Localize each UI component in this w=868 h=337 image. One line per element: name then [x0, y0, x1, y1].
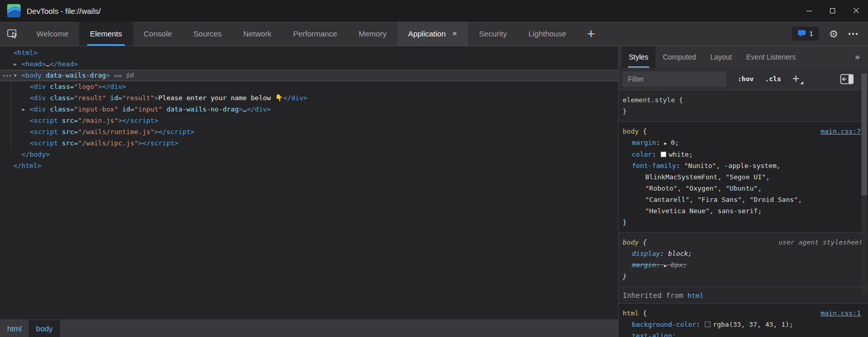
dom-row[interactable]: ▼<body data-wails-drag> == $0 [0, 70, 618, 81]
style-row[interactable]: margin: ▶ 0; [619, 137, 868, 149]
color-swatch[interactable] [661, 152, 666, 157]
computed-sidebar-toggle-button[interactable] [840, 74, 854, 84]
style-row[interactable]: margin: ▶ 8px; [619, 259, 868, 271]
more-tabs-button[interactable]: + [577, 22, 605, 46]
style-row[interactable]: text-align: [619, 330, 868, 337]
maximize-button[interactable] [821, 0, 844, 22]
row-menu-dots-icon[interactable] [3, 75, 5, 77]
minimize-button[interactable] [797, 0, 821, 22]
style-row[interactable]: body {main.css:7 [619, 126, 868, 137]
crumb-html[interactable]: html [0, 320, 29, 337]
tab-memory[interactable]: Memory [348, 22, 397, 46]
tab-sources[interactable]: Sources [183, 22, 233, 46]
code-token: = [70, 94, 74, 102]
expand-arrow-right-icon[interactable]: ▶ [22, 104, 25, 115]
dom-row[interactable]: <script src="/main.js"></script> [0, 115, 618, 126]
expand-arrow-right-icon[interactable]: ▶ [14, 59, 16, 70]
color-swatch[interactable] [705, 322, 710, 327]
dom-row[interactable]: <div class="result" id="result">Please e… [0, 92, 618, 104]
maximize-icon [830, 8, 835, 13]
dom-row[interactable]: <div class="logo"></div> [0, 81, 618, 92]
sidebar-tab-computed[interactable]: Computed [655, 46, 703, 68]
sidebar-tab-layout[interactable]: Layout [703, 46, 739, 68]
style-token: block; [668, 250, 692, 257]
dom-row[interactable]: </body> [0, 149, 618, 160]
dom-row[interactable]: <script src="/wails/runtime.js"></script… [0, 126, 618, 138]
style-row[interactable]: background-color: rgba(33, 37, 43, 1); [619, 319, 868, 330]
sidebar-dock-icon [840, 74, 854, 84]
new-style-rule-button[interactable]: + [793, 73, 799, 85]
style-token: : [660, 250, 668, 257]
styles-tab-list: StylesComputedLayoutEvent Listeners [622, 46, 803, 68]
dom-row[interactable]: ▶<div class="input-box" id="input" data-… [0, 104, 618, 115]
expand-arrow-down-icon[interactable]: ▼ [14, 70, 16, 81]
style-token: "Helvetica Neue", sans-serif; [645, 207, 762, 215]
dom-row[interactable]: <script src="/wails/ipc.js"></script> [0, 138, 618, 149]
code-token: </html> [13, 162, 42, 170]
dom-row[interactable]: <html> [0, 47, 618, 59]
style-row[interactable]: "Helvetica Neue", sans-serif; [619, 205, 868, 217]
style-row[interactable]: BlinkMacSystemFont, "Segoe UI", [619, 172, 868, 183]
close-icon [853, 8, 859, 14]
tab-network[interactable]: Network [233, 22, 282, 46]
tab-label: Application [408, 29, 446, 38]
code-token: </body> [22, 151, 50, 158]
more-options-icon[interactable] [848, 33, 851, 35]
user-agent-label: user agent stylesheet [779, 237, 863, 248]
code-token: src [58, 117, 74, 124]
style-row[interactable]: "Roboto", "Oxygen", "Ubuntu", [619, 183, 868, 194]
crumb-body[interactable]: body [29, 320, 60, 337]
sidebar-tab-styles[interactable]: Styles [622, 46, 655, 68]
style-token: rgba(33, 37, 43, 1); [713, 321, 794, 328]
code-token: "/main.js" [78, 117, 118, 124]
toggle-hover-state-button[interactable]: :hov [738, 75, 754, 83]
code-token: class [46, 94, 70, 102]
style-row[interactable]: } [619, 217, 868, 228]
stylesheet-link[interactable]: main.css:1 [821, 308, 861, 319]
tab-application[interactable]: Application✕ [397, 22, 468, 46]
toggle-class-button[interactable]: .cls [765, 75, 781, 83]
tab-label: Network [243, 29, 272, 38]
sidebar-tabs-overflow-icon[interactable]: » [855, 46, 868, 68]
tab-lighthouse[interactable]: Lighthouse [517, 22, 576, 46]
code-token: "input" [134, 105, 163, 113]
tab-welcome[interactable]: Welcome [26, 22, 79, 46]
tab-console[interactable]: Console [133, 22, 183, 46]
tab-security[interactable]: Security [468, 22, 517, 46]
inspect-element-button[interactable] [0, 22, 26, 46]
style-row[interactable]: } [619, 106, 868, 117]
tab-performance[interactable]: Performance [282, 22, 348, 46]
style-filter-input[interactable] [623, 71, 726, 87]
close-tab-icon[interactable]: ✕ [452, 30, 457, 38]
stylesheet-link[interactable]: main.css:7 [821, 126, 861, 137]
settings-gear-icon[interactable]: ⚙ [829, 29, 838, 39]
style-token: color [632, 151, 652, 158]
sidebar-tab-event-listeners[interactable]: Event Listeners [739, 46, 803, 68]
code-token: = [74, 117, 78, 124]
style-token: { [639, 238, 647, 246]
style-row[interactable]: "Cantarell", "Fira Sans", "Droid Sans", [619, 194, 868, 205]
code-token: <head> [22, 60, 46, 68]
style-row[interactable]: font-family: "Nunito", -apple-system, [619, 160, 868, 172]
style-token: { [639, 127, 647, 135]
code-token: src [58, 128, 74, 136]
style-row[interactable]: element.style { [619, 95, 868, 106]
style-row[interactable]: html {main.css:1 [619, 308, 868, 319]
code-token: <script [30, 128, 58, 136]
tab-bar-right-controls: 1 ⚙ [792, 22, 868, 46]
styles-scrollbar-thumb[interactable] [861, 73, 867, 195]
close-button[interactable] [844, 0, 868, 22]
dom-row[interactable]: ▶<head>…</head> [0, 59, 618, 70]
style-row[interactable]: } [619, 271, 868, 283]
dom-row[interactable]: </html> [0, 160, 618, 172]
dom-tree: <html>▶<head>…</head>▼<body data-wails-d… [0, 46, 618, 320]
styles-toolbar: :hov .cls + [619, 68, 868, 90]
inspect-cursor-icon [6, 27, 20, 41]
issues-counter-button[interactable]: 1 [792, 27, 819, 41]
tab-elements[interactable]: Elements [79, 22, 133, 46]
style-row[interactable]: color: white; [619, 149, 868, 160]
inherited-node-link[interactable]: html [687, 292, 703, 299]
style-row[interactable]: display: block; [619, 248, 868, 259]
tab-label: Elements [90, 29, 122, 38]
style-row[interactable]: body {user agent stylesheet [619, 237, 868, 248]
